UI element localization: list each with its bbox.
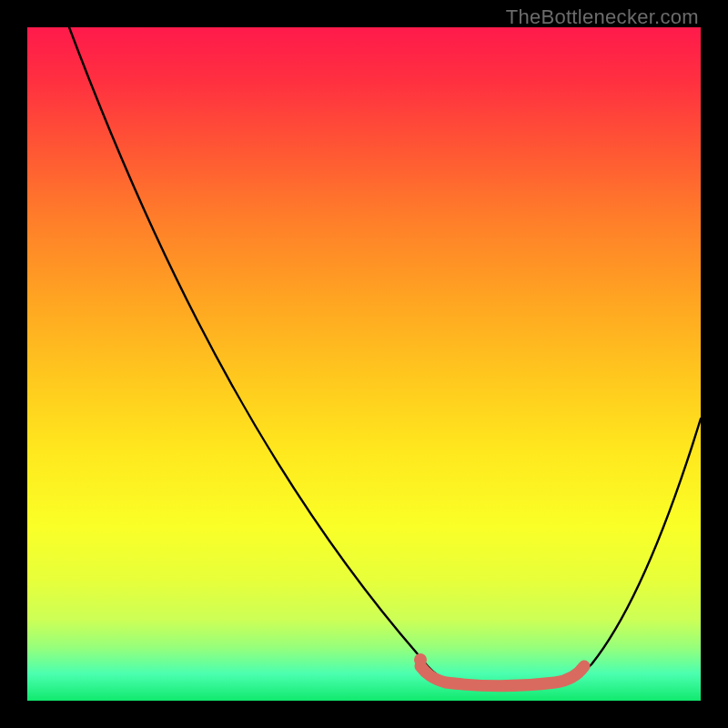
chart-frame [27,27,701,701]
chart-plot-area [27,27,701,701]
chart-background-gradient [27,27,701,701]
brand-watermark: TheBottleneсker.com [506,5,699,29]
